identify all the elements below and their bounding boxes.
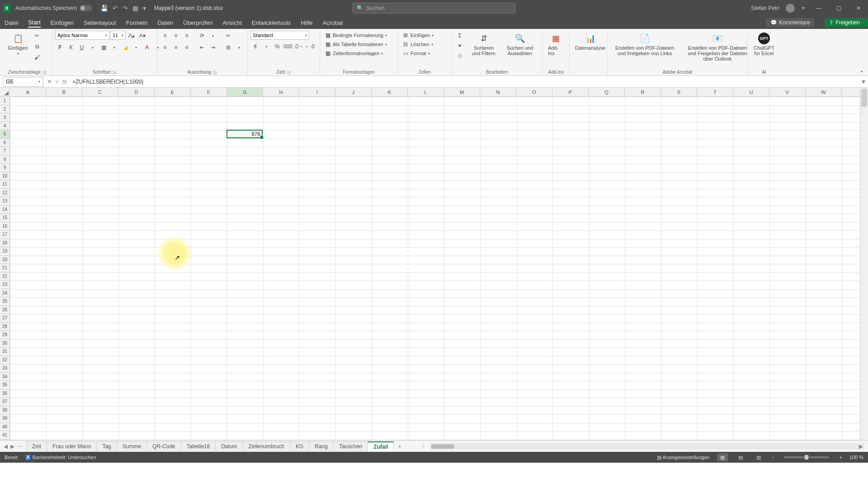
decrease-indent-icon[interactable]: ⇤ bbox=[197, 42, 207, 52]
sheet-tab[interactable]: Frau oder Mann bbox=[47, 441, 97, 451]
column-header[interactable]: L bbox=[408, 88, 444, 96]
alignment-launcher[interactable]: ◲ bbox=[213, 70, 217, 75]
decrease-font-icon[interactable]: A▾ bbox=[137, 31, 147, 41]
border-icon[interactable]: ▦ bbox=[99, 42, 108, 52]
column-header[interactable]: O bbox=[516, 88, 552, 96]
column-header[interactable]: T bbox=[697, 88, 733, 96]
tab-formeln[interactable]: Formeln bbox=[126, 19, 148, 27]
delete-cells-button[interactable]: ⊟Löschen▾ bbox=[401, 40, 435, 49]
row-header[interactable]: 40 bbox=[0, 423, 9, 432]
percent-icon[interactable]: % bbox=[272, 42, 282, 52]
tab-daten[interactable]: Daten bbox=[157, 19, 173, 27]
clipboard-launcher[interactable]: ◲ bbox=[42, 70, 47, 75]
horizontal-scrollbar[interactable]: ◀ ▶ bbox=[430, 443, 864, 450]
format-as-table-button[interactable]: ▦Als Tabelle formatieren▾ bbox=[323, 40, 389, 49]
name-box[interactable]: G5 ▾ bbox=[3, 77, 43, 87]
sheet-tab[interactable]: Datum bbox=[215, 441, 243, 451]
format-painter-icon[interactable]: 🖌 bbox=[32, 52, 42, 62]
comma-icon[interactable]: 000 bbox=[283, 42, 293, 52]
autosum-icon[interactable]: Σ bbox=[455, 31, 465, 41]
row-header[interactable]: 21 bbox=[0, 264, 9, 272]
row-header[interactable]: 8 bbox=[0, 155, 9, 164]
align-top-icon[interactable]: ≡ bbox=[160, 31, 170, 41]
zoom-slider[interactable] bbox=[784, 456, 829, 458]
tab-einfügen[interactable]: Einfügen bbox=[51, 19, 74, 27]
sheet-tab[interactable]: Tabelle18 bbox=[181, 441, 216, 451]
column-header[interactable]: S bbox=[661, 88, 697, 96]
increase-font-icon[interactable]: A▴ bbox=[127, 31, 137, 41]
row-header[interactable]: 28 bbox=[0, 323, 9, 331]
username[interactable]: Stefan Petri bbox=[751, 5, 779, 11]
column-header[interactable]: F bbox=[191, 88, 227, 96]
autosave-toggle[interactable] bbox=[80, 5, 92, 11]
search-box[interactable]: 🔍 Suchen bbox=[353, 3, 515, 14]
column-header[interactable]: D bbox=[118, 88, 155, 96]
row-header[interactable]: 17 bbox=[0, 230, 9, 239]
tab-überprüfen[interactable]: Überprüfen bbox=[183, 19, 212, 27]
row-header[interactable]: 31 bbox=[0, 347, 9, 356]
row-header[interactable]: 12 bbox=[0, 189, 9, 197]
conditional-formatting-button[interactable]: ▦Bedingte Formatierung▾ bbox=[323, 31, 389, 40]
maximize-button[interactable]: ▢ bbox=[832, 5, 845, 11]
column-header[interactable]: V bbox=[769, 88, 806, 96]
fx-icon[interactable]: fx bbox=[62, 78, 67, 85]
merge-icon[interactable]: ⊞ bbox=[223, 42, 233, 52]
data-analysis-button[interactable]: 📊 Datenanalyse bbox=[572, 31, 608, 52]
align-bottom-icon[interactable]: ≡ bbox=[182, 31, 192, 41]
redo-icon[interactable]: ↷ bbox=[123, 5, 128, 12]
tab-start[interactable]: Start bbox=[28, 18, 40, 28]
vscroll-thumb[interactable] bbox=[861, 89, 867, 107]
camera-icon[interactable]: ▦ bbox=[132, 5, 138, 12]
row-header[interactable]: 11 bbox=[0, 180, 9, 189]
row-header[interactable]: 13 bbox=[0, 197, 9, 206]
cells-area[interactable]: 976↖ bbox=[10, 97, 860, 440]
sort-filter-button[interactable]: ⇵ Sortieren und Filtern bbox=[467, 31, 501, 58]
row-header[interactable]: 23 bbox=[0, 281, 9, 289]
row-header[interactable]: 35 bbox=[0, 381, 9, 389]
font-launcher[interactable]: ◲ bbox=[113, 70, 117, 75]
row-header[interactable]: 22 bbox=[0, 272, 9, 281]
tab-seitenlayout[interactable]: Seitenlayout bbox=[84, 19, 116, 27]
column-header[interactable]: J bbox=[335, 88, 372, 96]
column-header[interactable]: N bbox=[480, 88, 516, 96]
row-header[interactable]: 27 bbox=[0, 314, 9, 323]
avatar[interactable] bbox=[786, 4, 795, 13]
column-header[interactable]: K bbox=[372, 88, 408, 96]
share-button[interactable]: ⇪ Freigeben ▾ bbox=[825, 18, 868, 27]
accessibility-status[interactable]: ♿ Barrierefreiheit: Untersuchen bbox=[25, 455, 96, 460]
increase-indent-icon[interactable]: ⇥ bbox=[208, 42, 218, 52]
row-header[interactable]: 36 bbox=[0, 389, 9, 398]
row-header[interactable]: 38 bbox=[0, 406, 9, 415]
zoom-out-button[interactable]: − bbox=[771, 455, 774, 460]
row-header[interactable]: 20 bbox=[0, 256, 9, 264]
row-header[interactable]: 19 bbox=[0, 247, 9, 256]
underline-button[interactable]: U bbox=[77, 42, 87, 52]
row-header[interactable]: 15 bbox=[0, 214, 9, 222]
align-left-icon[interactable]: ≡ bbox=[160, 42, 170, 52]
sheet-tab[interactable]: Zufall bbox=[368, 441, 394, 451]
tab-ansicht[interactable]: Ansicht bbox=[222, 19, 242, 27]
column-header[interactable]: M bbox=[444, 88, 480, 96]
align-center-icon[interactable]: ≡ bbox=[171, 42, 181, 52]
row-header[interactable]: 14 bbox=[0, 206, 9, 214]
paste-button[interactable]: 📋 Einfügen ▾ bbox=[5, 31, 30, 57]
column-header[interactable]: W bbox=[806, 88, 842, 96]
row-header[interactable]: 9 bbox=[0, 164, 9, 172]
sheet-tab[interactable]: Tag bbox=[96, 441, 117, 451]
row-header[interactable]: 6 bbox=[0, 139, 9, 147]
sheet-tab[interactable]: QR-Code bbox=[146, 441, 181, 451]
zoom-level[interactable]: 100 % bbox=[849, 455, 863, 460]
font-size-select[interactable]: 11▾ bbox=[110, 31, 126, 40]
copy-icon[interactable]: ⧉ bbox=[32, 42, 42, 52]
normal-view-icon[interactable]: ▦ bbox=[717, 453, 728, 461]
display-settings-button[interactable]: ▥ Anzeigeeinstellungen bbox=[657, 455, 710, 460]
fill-icon[interactable]: ▾ bbox=[455, 41, 465, 51]
page-layout-view-icon[interactable]: ▤ bbox=[735, 453, 746, 461]
minimize-button[interactable]: — bbox=[812, 5, 826, 11]
coming-soon-icon[interactable]: ✦ bbox=[801, 5, 806, 11]
font-color-icon[interactable]: A bbox=[142, 42, 152, 52]
increase-decimal-icon[interactable]: .0→ bbox=[294, 42, 304, 52]
spreadsheet-grid[interactable]: ABCDEFGHIJKLMNOPQRSTUVW 1234567891011121… bbox=[0, 88, 868, 440]
pdf-share-outlook-button[interactable]: 📧 Erstellen von PDF-Dateien und Freigebe… bbox=[681, 31, 754, 63]
row-header[interactable]: 33 bbox=[0, 364, 9, 373]
